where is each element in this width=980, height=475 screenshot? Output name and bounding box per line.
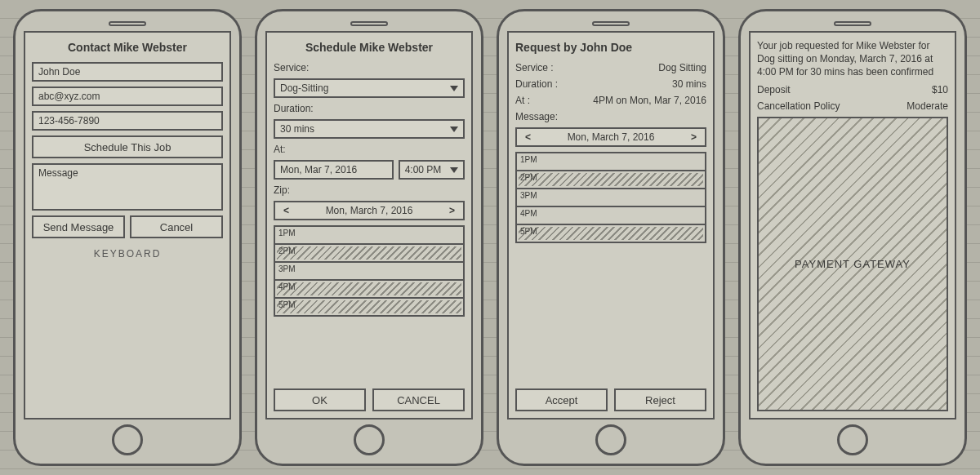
time-slot-list: 1PM2PM3PM4PM5PM	[274, 225, 465, 317]
date-select[interactable]: Mon, Mar 7, 2016	[274, 160, 394, 180]
phone-frame-confirmation: Your job requested for Mike Webster for …	[738, 9, 967, 466]
calendar-date: Mon, March 7, 2016	[326, 205, 413, 216]
send-message-button[interactable]: Send Message	[32, 215, 125, 238]
at-label: At:	[274, 144, 465, 155]
wireframe-canvas: Contact Mike Webster John Doe abc@xyz.co…	[0, 0, 980, 475]
service-label: Service:	[274, 62, 465, 73]
name-input[interactable]: John Doe	[32, 62, 223, 82]
date-value: Mon, Mar 7, 2016	[280, 164, 357, 175]
duration-label: Duration :	[515, 78, 558, 90]
time-value: 4:00 PM	[405, 164, 442, 175]
phone-frame-schedule: Schedule Mike Webster Service: Dog-Sitti…	[255, 9, 483, 466]
screen-request: Request by John Doe Service : Dog Sittin…	[507, 31, 715, 420]
screen-confirmation: Your job requested for Mike Webster for …	[749, 31, 956, 420]
home-button[interactable]	[112, 424, 143, 455]
payment-gateway-placeholder[interactable]: PAYMENT GATEWAY	[757, 117, 948, 411]
screen-contact: Contact Mike Webster John Doe abc@xyz.co…	[24, 31, 231, 420]
cancellation-policy-label: Cancellation Policy	[757, 100, 840, 112]
service-select[interactable]: Dog-Sitting	[274, 78, 465, 98]
cancel-button[interactable]: Cancel	[130, 215, 223, 238]
duration-value: 30 mins	[280, 123, 314, 135]
service-label: Service :	[515, 62, 554, 73]
accept-button[interactable]: Accept	[515, 388, 608, 411]
email-input[interactable]: abc@xyz.com	[32, 87, 223, 106]
zip-label: Zip:	[274, 184, 465, 196]
at-value: 4PM on Mon, Mar 7, 2016	[593, 95, 706, 106]
message-textarea[interactable]: Message	[32, 163, 223, 211]
time-slot-list: 1PM2PM3PM4PM5PM	[515, 152, 706, 243]
chevron-down-icon	[450, 167, 458, 173]
time-slot[interactable]: 4PM	[517, 206, 705, 224]
home-button[interactable]	[354, 424, 385, 455]
duration-label: Duration:	[274, 103, 465, 114]
payment-gateway-label: PAYMENT GATEWAY	[795, 258, 911, 270]
chevron-down-icon	[450, 86, 458, 91]
ok-button[interactable]: OK	[274, 388, 366, 411]
page-title: Schedule Mike Webster	[274, 39, 465, 57]
message-label: Message:	[515, 111, 706, 122]
service-value: Dog-Sitting	[280, 82, 328, 94]
service-value: Dog Sitting	[658, 62, 706, 73]
duration-value: 30 mins	[672, 78, 706, 90]
cancel-button[interactable]: CANCEL	[372, 388, 465, 411]
phone-speaker	[592, 21, 630, 26]
home-button[interactable]	[837, 424, 868, 455]
keyboard-placeholder: KEYBOARD	[32, 248, 223, 260]
deposit-value: $10	[932, 84, 948, 95]
time-slot[interactable]: 4PM	[275, 279, 463, 297]
time-slot[interactable]: 5PM	[517, 224, 705, 242]
time-slot[interactable]: 5PM	[275, 297, 463, 315]
deposit-label: Deposit	[757, 84, 791, 95]
schedule-job-button[interactable]: Schedule This Job	[32, 135, 223, 158]
time-slot[interactable]: 3PM	[517, 188, 705, 206]
home-button[interactable]	[595, 424, 626, 455]
page-title: Contact Mike Webster	[32, 39, 223, 57]
time-select[interactable]: 4:00 PM	[399, 160, 465, 180]
time-slot[interactable]: 3PM	[275, 261, 463, 279]
time-slot[interactable]: 1PM	[275, 225, 463, 243]
phone-speaker	[350, 21, 388, 26]
calendar-date-nav[interactable]: < Mon, March 7, 2016 >	[515, 127, 706, 147]
chevron-left-icon[interactable]: <	[280, 205, 292, 216]
time-slot[interactable]: 2PM	[517, 170, 705, 188]
phone-frame-contact: Contact Mike Webster John Doe abc@xyz.co…	[13, 9, 242, 466]
chevron-left-icon[interactable]: <	[522, 131, 534, 143]
chevron-down-icon	[450, 127, 458, 132]
chevron-right-icon[interactable]: >	[446, 205, 458, 216]
page-title: Request by John Doe	[515, 39, 706, 57]
duration-select[interactable]: 30 mins	[274, 119, 465, 139]
cancellation-policy-value: Moderate	[906, 100, 948, 112]
screen-schedule: Schedule Mike Webster Service: Dog-Sitti…	[265, 31, 473, 420]
reject-button[interactable]: Reject	[614, 388, 706, 411]
confirmation-message: Your job requested for Mike Webster for …	[757, 39, 948, 79]
time-slot[interactable]: 2PM	[275, 243, 463, 261]
phone-speaker	[834, 21, 871, 26]
calendar-date: Mon, March 7, 2016	[568, 131, 655, 143]
chevron-right-icon[interactable]: >	[688, 131, 700, 143]
phone-frame-request: Request by John Doe Service : Dog Sittin…	[497, 9, 725, 466]
time-slot[interactable]: 1PM	[517, 152, 705, 170]
phone-input[interactable]: 123-456-7890	[32, 111, 223, 131]
phone-speaker	[109, 21, 146, 26]
at-label: At :	[515, 95, 530, 106]
calendar-date-nav[interactable]: < Mon, March 7, 2016 >	[274, 201, 465, 220]
